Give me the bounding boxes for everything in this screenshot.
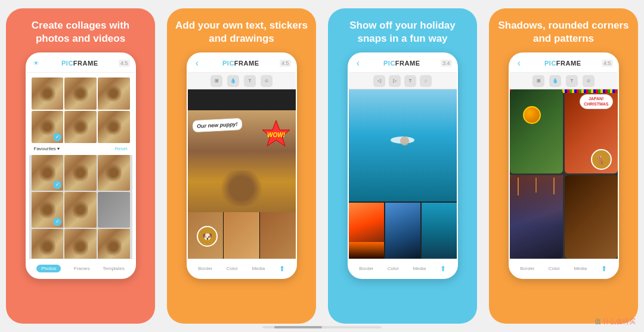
- collage-content-2: WOW! Our new puppy!: [188, 89, 296, 259]
- scroll-thumb: [274, 326, 322, 328]
- tab-photos[interactable]: Photos: [36, 265, 61, 272]
- reindeer-sticker: 🦌: [591, 149, 612, 170]
- phone-header-2: ‹ PICFRAME 4:5: [188, 54, 296, 73]
- phone-header-4: ‹ PICFRAME 4:5: [510, 54, 618, 73]
- ratio-badge-1: 4:5: [119, 60, 130, 67]
- nav-left-icon[interactable]: ◁: [373, 75, 385, 87]
- tab-color-4[interactable]: Color: [549, 266, 560, 271]
- phone-toolbar-2: ⊞ 💧 T ☺: [188, 73, 296, 89]
- sunset-photo: [349, 203, 384, 259]
- small-dog-2: [224, 212, 259, 259]
- holiday-content-3: [349, 89, 457, 259]
- share-icon-3[interactable]: ⬆: [440, 265, 446, 273]
- crop-icon[interactable]: ⊞: [210, 75, 222, 87]
- text-icon[interactable]: T: [244, 75, 256, 87]
- underwater-photo: [422, 203, 457, 259]
- picframe-logo-1: PICFRAME: [61, 60, 98, 67]
- phone-header-1: ☀ PICFRAME 4:5: [27, 54, 135, 73]
- logo-frame-4: FRAME: [556, 60, 581, 67]
- tab-color-2[interactable]: Color: [227, 266, 238, 271]
- scroll-bar[interactable]: [262, 326, 382, 328]
- ocean-photo: [385, 203, 420, 259]
- emoji-icon-4[interactable]: ☺: [583, 75, 595, 87]
- swimmer-photo: [349, 89, 457, 201]
- phone-header-3: ‹ PICFRAME 3:4: [349, 54, 457, 73]
- pattern-content-4: 🦌 JAPAN! CHRISTMAS: [510, 89, 618, 259]
- photo-cell-5: [64, 111, 97, 143]
- tab-color-3[interactable]: Color: [388, 266, 399, 271]
- favourites-bar: Favourites ▾ Reset: [29, 143, 132, 155]
- photo-grid-lower: ✓ ✓: [29, 155, 132, 259]
- picframe-logo-3: PICFRAME: [383, 60, 420, 67]
- watermark-brand: 什么值得买: [603, 318, 636, 325]
- tab-border-2[interactable]: Border: [198, 266, 212, 271]
- back-arrow-icon-2[interactable]: ‹: [193, 58, 202, 68]
- holiday-bottom-row: [349, 203, 457, 259]
- text-icon-4[interactable]: T: [566, 75, 578, 87]
- photo-cell-2: [64, 77, 97, 110]
- feature-card-3: Show off your holiday snaps in a fun way…: [328, 8, 477, 324]
- water-icon[interactable]: 💧: [227, 75, 239, 87]
- small-dog-3: [260, 212, 296, 259]
- holiday-grid: [349, 89, 457, 259]
- nav-grid-icon[interactable]: ::: [420, 75, 432, 87]
- feature-title-3: Show off your holiday snaps in a fun way: [336, 19, 469, 45]
- pattern-cell-4: [565, 175, 618, 259]
- wow-starburst: WOW!: [260, 119, 293, 151]
- pattern-cell-3: [510, 175, 563, 259]
- nav-right-icon[interactable]: ▷: [389, 75, 401, 87]
- pattern-cell-1: [510, 89, 563, 173]
- collage-inner-2: WOW! Our new puppy!: [188, 110, 296, 259]
- share-icon-2[interactable]: ⬆: [279, 265, 285, 273]
- crop-icon-4[interactable]: ⊞: [532, 75, 544, 87]
- photo-cell-13: [32, 229, 64, 259]
- phone-bottom-bar-4: Border Color Media ⬆: [510, 259, 618, 278]
- tab-media-4[interactable]: Media: [574, 266, 587, 271]
- share-icon-4[interactable]: ⬆: [601, 265, 607, 273]
- photo-cell-4: ✓: [32, 111, 64, 143]
- back-arrow-icon-3[interactable]: ‹: [354, 58, 363, 68]
- photo-cell-1: [32, 77, 64, 110]
- photo-cell-14: [64, 229, 97, 259]
- photo-cell-9: [98, 155, 130, 191]
- water-icon-4[interactable]: 💧: [549, 75, 561, 87]
- feature-card-4: Shadows, rounded corners and patterns ‹ …: [489, 8, 638, 324]
- logo-pic-4: PIC: [544, 60, 556, 67]
- photo-cell-10: ✓: [32, 192, 64, 228]
- ratio-badge-4: 4:5: [602, 60, 613, 67]
- photo-cell-6: [98, 111, 130, 143]
- photo-content-1: ✓ Favourites ▾ Reset ✓: [27, 73, 135, 259]
- feature-title-1: Create collages with photos and videos: [14, 19, 147, 45]
- favourites-label[interactable]: Favourites ▾: [34, 146, 60, 151]
- logo-frame: FRAME: [73, 60, 98, 67]
- nav-arrows-row: ◁ ▷ T ::: [349, 73, 457, 89]
- tab-media-3[interactable]: Media: [413, 266, 426, 271]
- logo-pic-3: PIC: [383, 60, 395, 67]
- tab-frames[interactable]: Frames: [74, 266, 90, 271]
- feature-title-2: Add your own text, stickers and drawings: [175, 19, 308, 45]
- check-badge-2: ✓: [53, 181, 61, 189]
- photo-cell-8: [64, 155, 97, 191]
- feature-card-1: Create collages with photos and videos ☀…: [6, 8, 155, 324]
- dog-sticker-2: 🐶: [197, 226, 218, 247]
- reset-button[interactable]: Reset: [115, 146, 128, 151]
- phone-bottom-bar-2: Border Color Media ⬆: [188, 259, 296, 278]
- phone-mockup-2: ‹ PICFRAME 4:5 ⊞ 💧 T ☺: [187, 52, 297, 279]
- picframe-logo-4: PICFRAME: [544, 60, 581, 67]
- tab-media-2[interactable]: Media: [252, 266, 265, 271]
- logo-frame-3: FRAME: [395, 60, 420, 67]
- japan-christmas-sticker: JAPAN! CHRISTMAS: [580, 94, 613, 109]
- emoji-icon[interactable]: ☺: [261, 75, 273, 87]
- tab-border-4[interactable]: Border: [520, 266, 534, 271]
- photo-cell-15: [98, 229, 130, 259]
- ratio-badge-3: 3:4: [441, 60, 452, 67]
- tab-templates[interactable]: Templates: [103, 266, 124, 271]
- photo-grid-upper: ✓: [29, 75, 132, 142]
- phone-mockup-1: ☀ PICFRAME 4:5 ✓: [26, 52, 136, 279]
- nav-up-icon[interactable]: T: [404, 75, 416, 87]
- back-arrow-icon-4[interactable]: ‹: [515, 58, 524, 68]
- phone-mockup-3: ‹ PICFRAME 3:4 ◁ ▷ T ::: [348, 52, 458, 279]
- photo-cell-12: [98, 192, 130, 228]
- tab-border-3[interactable]: Border: [359, 266, 373, 271]
- phone-bottom-bar-1: Photos Frames Templates: [27, 259, 135, 278]
